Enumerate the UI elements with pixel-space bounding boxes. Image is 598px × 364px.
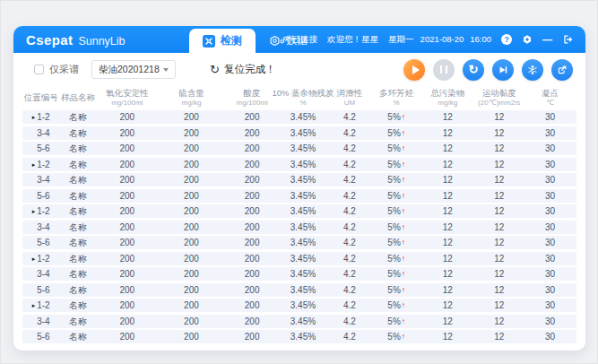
cell-sample-name: 名称	[59, 267, 96, 281]
cell-sulfur-content: 200	[158, 267, 225, 281]
cell-acidity: 200	[225, 189, 279, 203]
table-row[interactable]: ▸1-2 名称 200 200 200 3.45% 4.2 5%↑ 12 12 …	[22, 110, 576, 124]
cell-carbon-residue: 3.45%	[279, 330, 327, 343]
expand-arrow-icon[interactable]: ▸	[32, 114, 36, 120]
expand-arrow-icon[interactable]: ▸	[32, 256, 36, 262]
settings-gear-icon[interactable]	[522, 34, 533, 45]
start-button[interactable]	[403, 59, 425, 81]
column-unit: %	[299, 99, 306, 107]
skip-button[interactable]	[492, 59, 514, 81]
column-label: 10% 蒸余物残炭	[272, 89, 334, 99]
table-row[interactable]: ▸1-2 名称 200 200 200 3.45% 4.2 5%↑ 12 12 …	[22, 204, 576, 218]
cell-position: ▸1-2	[22, 204, 59, 218]
table-row[interactable]: ▸3-4 名称 200 200 200 3.45% 4.2 5%↑ 12 12 …	[22, 173, 576, 186]
column-label: 样品名称	[61, 93, 95, 103]
cell-lubricity: 4.2	[327, 283, 372, 297]
cell-oxidation-stability: 200	[97, 158, 158, 171]
help-icon[interactable]: ?	[501, 34, 512, 45]
expand-arrow-icon[interactable]: ▸	[32, 302, 36, 308]
column-header: 氧化安定性 mg/100ml	[97, 89, 158, 107]
cell-sample-name: 名称	[59, 158, 96, 171]
column-label: 运动黏度	[482, 89, 516, 99]
cell-position: ▸5-6	[22, 142, 59, 155]
cell-kinematic-viscosity: 12	[474, 299, 524, 312]
exceed-limit-icon: ↑	[402, 129, 405, 137]
cell-sulfur-content: 200	[158, 158, 225, 171]
cell-position: ▸1-2	[22, 299, 59, 312]
cell-total-contaminants: 12	[420, 315, 474, 328]
cell-freezing-point: 30	[524, 315, 576, 328]
column-header: 凝点 ℃	[524, 89, 576, 107]
tab-data[interactable]: 数据	[256, 29, 321, 53]
table-row[interactable]: ▸5-6 名称 200 200 200 3.45% 4.2 5%↑ 12 12 …	[22, 283, 576, 297]
table-row[interactable]: ▸1-2 名称 200 200 200 3.45% 4.2 5%↑ 12 12 …	[22, 299, 576, 312]
cell-total-contaminants: 12	[420, 330, 474, 343]
cell-sulfur-content: 200	[158, 204, 225, 218]
tab-detection[interactable]: 检测	[189, 29, 256, 53]
column-label: 凝点	[542, 89, 559, 99]
cell-total-contaminants: 12	[420, 126, 474, 140]
column-header: 润滑性 UM	[327, 89, 372, 107]
cell-position: ▸3-4	[22, 173, 59, 186]
table-row[interactable]: ▸1-2 名称 200 200 200 3.45% 4.2 5%↑ 12 12 …	[22, 252, 576, 265]
table-row[interactable]: ▸1-2 名称 200 200 200 3.45% 4.2 5%↑ 12 12 …	[22, 158, 576, 171]
column-unit: %	[394, 99, 400, 107]
spectrum-only-checkbox[interactable]	[34, 65, 44, 74]
cell-total-contaminants: 12	[420, 110, 474, 124]
cell-freezing-point: 30	[524, 142, 576, 155]
table-row[interactable]: ▸5-6 名称 200 200 200 3.45% 4.2 5%↑ 12 12 …	[22, 142, 576, 155]
exceed-limit-icon: ↑	[402, 301, 405, 309]
cell-lubricity: 4.2	[327, 315, 372, 328]
table-row[interactable]: ▸5-6 名称 200 200 200 3.45% 4.2 5%↑ 12 12 …	[22, 189, 576, 203]
exceed-limit-icon: ↑	[402, 113, 405, 121]
cell-freezing-point: 30	[524, 173, 576, 186]
cell-freezing-point: 30	[524, 221, 576, 234]
cell-sample-name: 名称	[59, 110, 96, 124]
cell-oxidation-stability: 200	[97, 283, 158, 297]
expand-arrow-icon[interactable]: ▸	[32, 161, 36, 168]
cell-kinematic-viscosity: 12	[474, 267, 524, 281]
table-row[interactable]: ▸3-4 名称 200 200 200 3.45% 4.2 5%↑ 12 12 …	[22, 126, 576, 140]
column-header: 总污染物 mg/kg	[420, 89, 474, 107]
minimize-icon[interactable]: —	[542, 35, 552, 44]
cell-acidity: 200	[225, 283, 279, 297]
table-row[interactable]: ▸5-6 名称 200 200 200 3.45% 4.2 5%↑ 12 12 …	[22, 330, 576, 343]
table-row[interactable]: ▸5-6 名称 200 200 200 3.45% 4.2 5%↑ 12 12 …	[22, 236, 576, 249]
chevron-down-icon	[163, 68, 169, 72]
cell-pah: 5%↑	[372, 236, 420, 249]
column-label: 酸度	[244, 89, 261, 99]
cell-carbon-residue: 3.45%	[279, 315, 327, 328]
sample-select[interactable]: 柴油20201218	[91, 60, 176, 79]
sync-button[interactable]: ↻	[463, 59, 484, 81]
cell-carbon-residue: 3.45%	[279, 126, 327, 140]
reset-icon[interactable]: ↻	[210, 64, 220, 75]
column-header: 酸度 mg/100ml	[225, 89, 279, 107]
cell-sulfur-content: 200	[158, 330, 225, 343]
table-row[interactable]: ▸3-4 名称 200 200 200 3.45% 4.2 5%↑ 12 12 …	[22, 315, 576, 328]
cell-freezing-point: 30	[524, 330, 576, 343]
cell-sample-name: 名称	[59, 283, 96, 297]
cell-kinematic-viscosity: 12	[474, 142, 524, 155]
cell-acidity: 200	[225, 236, 279, 249]
expand-arrow-icon[interactable]: ▸	[32, 208, 36, 214]
export-button[interactable]	[551, 59, 573, 81]
cell-position: ▸1-2	[22, 110, 59, 124]
exceed-limit-icon: ↑	[402, 255, 405, 263]
cell-kinematic-viscosity: 12	[474, 126, 524, 140]
cell-position: ▸1-2	[22, 252, 59, 265]
cell-total-contaminants: 12	[420, 158, 474, 171]
table-row[interactable]: ▸3-4 名称 200 200 200 3.45% 4.2 5%↑ 12 12 …	[22, 221, 576, 234]
cell-sulfur-content: 200	[158, 252, 225, 265]
cell-kinematic-viscosity: 12	[474, 315, 524, 328]
exit-icon[interactable]	[562, 34, 573, 45]
pause-button[interactable]	[433, 59, 455, 81]
column-header: 多环芳烃 %	[372, 89, 420, 107]
freeze-button[interactable]	[522, 59, 543, 81]
column-label: 氧化安定性	[106, 89, 149, 99]
results-table: 位置编号 样品名称 氧化安定性 mg/100ml 硫含量 mg/kg 酸度 mg…	[13, 86, 585, 343]
cell-acidity: 200	[225, 330, 279, 343]
spectrum-only-label[interactable]: 仅采谱	[49, 63, 79, 76]
cell-sulfur-content: 200	[158, 173, 225, 186]
table-row[interactable]: ▸3-4 名称 200 200 200 3.45% 4.2 5%↑ 12 12 …	[22, 267, 576, 281]
cell-oxidation-stability: 200	[97, 315, 158, 328]
